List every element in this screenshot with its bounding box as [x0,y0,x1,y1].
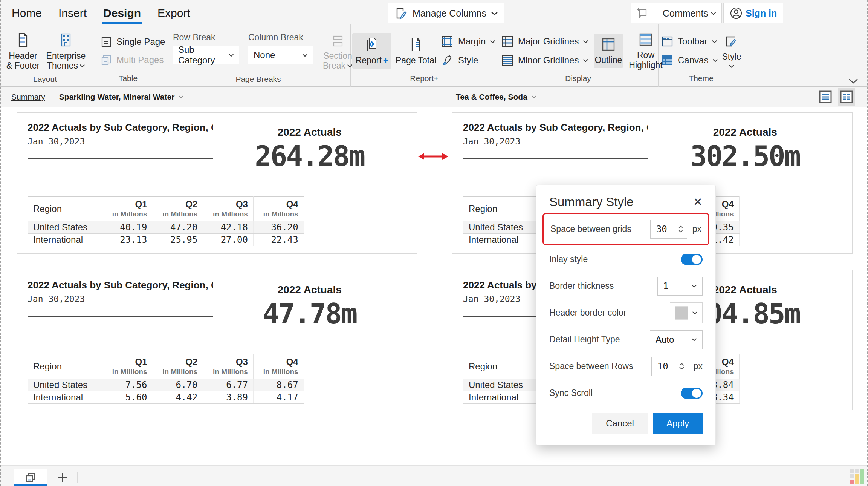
inlay-style-toggle[interactable] [681,254,703,265]
value-cell[interactable]: 8.67 [253,379,304,391]
header-border-color-picker[interactable] [670,302,703,323]
value-cell[interactable]: 42.18 [203,221,254,234]
detail-height-type-dropdown[interactable]: Auto [650,330,703,349]
single-page-button[interactable]: Single Page [100,36,165,48]
tab-design[interactable]: Design [102,3,142,24]
column-header-q2[interactable]: Q2in Millions [153,354,203,379]
value-cell[interactable]: 4.17 [253,391,304,404]
column-header-region[interactable]: Region [463,354,538,379]
value-cell[interactable]: 7.56 [102,379,153,391]
chevron-down-icon [692,311,698,314]
column-header-region[interactable]: Region [28,354,102,379]
add-page-button[interactable] [53,469,72,486]
sync-scroll-field: Sync Scroll [549,380,703,406]
value-cell[interactable]: 25.95 [153,234,203,246]
section-break-label-2: Break [323,61,345,71]
apply-button[interactable]: Apply [653,413,703,434]
row-highlight-button[interactable]: RowHighlight [628,29,663,73]
region-cell[interactable]: International [463,391,538,404]
sync-scroll-toggle[interactable] [681,388,703,399]
column-header-q2[interactable]: Q2in Millions [153,197,203,221]
value-cell[interactable]: 47.20 [153,221,203,234]
value-cell[interactable]: 4.42 [153,391,203,404]
table-row[interactable]: International 5.60 4.42 3.89 4.17 [28,391,304,404]
tab-home[interactable]: Home [11,3,43,24]
report-tile[interactable]: 2022 Actuals by Sub Category, Region, Qu… [17,112,417,254]
canvas-theme-button[interactable]: Canvas [661,54,718,67]
outline-button[interactable]: Outline [594,34,623,68]
region-cell[interactable]: International [28,391,102,404]
breadcrumb-category-right-label: Tea & Coffee, Soda [456,92,527,101]
stepper-arrows[interactable] [679,363,685,370]
column-header-q4[interactable]: Q4in Millions [253,354,304,379]
sign-in-button[interactable]: Sign in [723,3,783,23]
value-cell[interactable]: 36.20 [253,221,304,234]
manage-columns-button[interactable]: Manage Columns [388,3,504,23]
kpi-value: 47.78m [213,297,406,330]
toolbar-theme-button[interactable]: Toolbar [661,35,718,48]
report-tile[interactable]: 2022 Actuals by Sub Category, Region, Qu… [17,270,417,410]
quarter-sublabel: in Millions [158,210,198,218]
chevron-up-icon [678,225,683,228]
major-gridlines-button[interactable]: Major Gridlines [501,35,588,48]
space-between-rows-stepper[interactable]: 10 [651,357,688,376]
column-header-region[interactable]: Region [463,197,538,221]
tab-insert[interactable]: Insert [57,3,88,24]
region-cell[interactable]: United States [28,221,102,234]
value-cell[interactable]: 6.77 [203,379,254,391]
theme-style-button[interactable]: Style [721,31,742,71]
space-between-grids-stepper[interactable]: 30 [650,220,687,239]
breadcrumb-category-right[interactable]: Tea & Coffee, Soda [456,92,537,101]
section-break-button[interactable]: SectionBreak [322,30,353,74]
table-row[interactable]: United States 40.19 47.20 42.18 36.20 [28,221,304,234]
breadcrumb-category[interactable]: Sparkling Water, Mineral Water [59,92,184,101]
value-cell[interactable]: 3.89 [203,391,254,404]
single-column-view-button[interactable] [817,88,834,106]
style-button[interactable]: Style [440,54,495,67]
region-cell[interactable]: United States [463,379,538,391]
major-gridlines-icon [501,35,514,48]
collapse-ribbon-icon[interactable] [848,78,858,84]
comments-button[interactable]: Comments [631,3,722,23]
column-header-region[interactable]: Region [28,197,102,221]
header-footer-button[interactable]: Header& Footer [2,29,44,74]
column-header-q3[interactable]: Q3in Millions [203,354,254,379]
row-break-dropdown[interactable]: Sub Category [173,46,239,64]
value-cell[interactable]: 40.19 [102,221,153,234]
kpi-value: 264.28m [213,140,406,172]
value-cell[interactable]: 22.43 [253,234,304,246]
tile-title: 2022 Actuals by Sub Category, Region, Qu… [28,122,213,133]
multi-pages-button[interactable]: Multi Pages [100,54,164,66]
region-cell[interactable]: United States [28,379,102,391]
page-total-button[interactable]: Page Total [394,33,438,68]
minor-gridlines-button[interactable]: Minor Gridlines [501,54,588,67]
value-cell[interactable]: 5.60 [102,391,153,404]
page-tab-active[interactable] [14,469,47,486]
stepper-arrows[interactable] [678,225,683,233]
cancel-button[interactable]: Cancel [592,413,648,434]
column-header-q1[interactable]: Q1in Millions [102,354,153,379]
plus-icon [57,472,68,483]
region-cell[interactable]: United States [463,221,538,234]
table-row[interactable]: United States 7.56 6.70 6.77 8.67 [28,379,304,391]
table-row[interactable]: International 23.13 25.95 27.00 22.43 [28,234,304,246]
value-cell[interactable]: 27.00 [203,234,254,246]
column-header-q4[interactable]: Q4in Millions [253,197,304,221]
two-column-view-button[interactable] [838,88,855,106]
column-break-dropdown[interactable]: None [248,46,313,64]
value-cell[interactable]: 23.13 [102,234,153,246]
region-cell[interactable]: International [463,234,538,246]
margin-button[interactable]: Margin [440,35,495,48]
breadcrumb-summary-link[interactable]: Summary [11,92,45,101]
border-thickness-dropdown[interactable]: 1 [657,277,703,296]
report-plus-button[interactable]: Report+ [352,33,391,68]
group-table: Single Page Multi Pages Table [90,24,166,87]
value-cell[interactable]: 6.70 [153,379,203,391]
column-header-q1[interactable]: Q1in Millions [102,197,153,221]
tab-export[interactable]: Export [156,3,191,24]
close-icon[interactable]: ✕ [693,196,703,208]
enterprise-themes-label-2: Themes [47,61,78,71]
region-cell[interactable]: International [28,234,102,246]
column-header-q3[interactable]: Q3in Millions [203,197,254,221]
enterprise-themes-button[interactable]: EnterpriseThemes [45,29,87,74]
